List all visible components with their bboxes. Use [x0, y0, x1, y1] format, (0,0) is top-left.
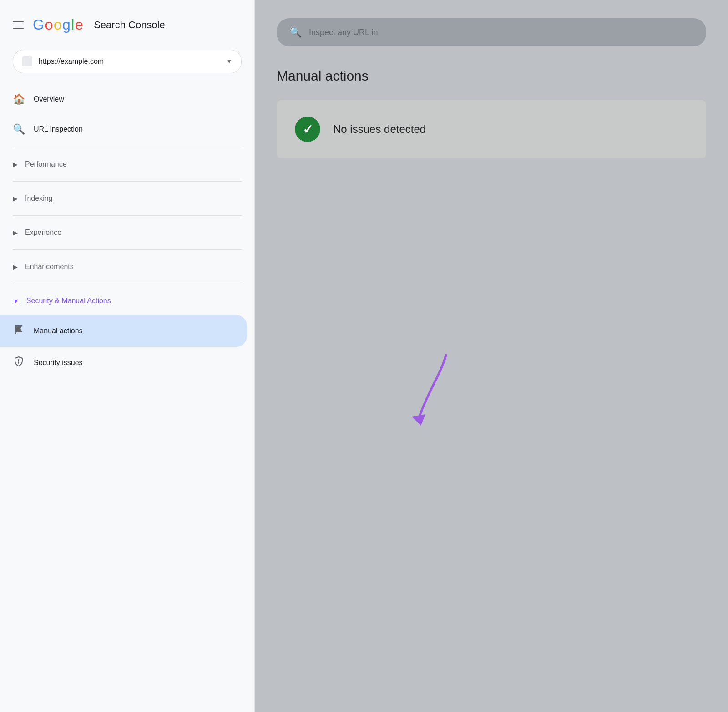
url-inspection-label: URL inspection [34, 125, 83, 133]
divider-5 [13, 284, 242, 284]
logo-letter-o1: o [45, 16, 52, 33]
enhancements-chevron-icon: ▶ [13, 263, 18, 270]
home-icon: 🏠 [13, 93, 25, 105]
divider-4 [13, 249, 242, 250]
site-selector[interactable]: https://example.com ▼ [13, 50, 242, 73]
main-content: 🔍 Inspect any URL in Manual actions ✓ No… [255, 0, 728, 712]
security-issues-label: Security issues [34, 359, 83, 367]
sidebar-header: Google Search Console [0, 0, 254, 46]
search-bar-icon: 🔍 [289, 26, 302, 38]
experience-chevron-icon: ▶ [13, 229, 18, 236]
status-card: ✓ No issues detected [277, 100, 706, 158]
logo-letter-e: e [75, 16, 83, 33]
status-text: No issues detected [333, 123, 426, 136]
svg-rect-0 [15, 325, 16, 334]
sidebar-item-manual-actions[interactable]: Manual actions [0, 315, 247, 347]
url-inspect-searchbar[interactable]: 🔍 Inspect any URL in [277, 18, 706, 46]
logo-letter-l: l [71, 16, 74, 33]
site-favicon [22, 56, 32, 66]
sidebar-item-overview[interactable]: 🏠 Overview [0, 84, 247, 114]
logo-letter-g: G [33, 16, 44, 33]
divider-3 [13, 215, 242, 216]
site-url: https://example.com [39, 57, 220, 66]
search-nav-icon: 🔍 [13, 123, 25, 135]
divider-1 [13, 147, 242, 147]
shield-icon [13, 356, 25, 370]
security-manual-actions-label: Security & Manual Actions [26, 297, 111, 305]
security-manual-actions-header[interactable]: ▼ Security & Manual Actions [0, 287, 254, 315]
logo-letter-g2: g [62, 16, 70, 33]
search-bar-placeholder: Inspect any URL in [309, 28, 378, 37]
enhancements-label: Enhancements [25, 263, 74, 271]
enhancements-section: ▶ Enhancements [0, 253, 254, 281]
indexing-label: Indexing [25, 194, 53, 203]
checkmark-icon: ✓ [303, 122, 313, 137]
performance-section-header[interactable]: ▶ Performance [0, 150, 254, 178]
indexing-section: ▶ Indexing [0, 184, 254, 213]
enhancements-section-header[interactable]: ▶ Enhancements [0, 253, 254, 281]
divider-2 [13, 181, 242, 182]
hamburger-menu-button[interactable] [13, 21, 24, 29]
svg-marker-1 [412, 414, 425, 426]
indexing-chevron-icon: ▶ [13, 195, 18, 202]
experience-section: ▶ Experience [0, 219, 254, 247]
indexing-section-header[interactable]: ▶ Indexing [0, 184, 254, 213]
chevron-down-icon: ▼ [227, 58, 232, 65]
experience-label: Experience [25, 229, 61, 237]
sidebar: Google Search Console https://example.co… [0, 0, 255, 712]
security-manual-actions-section: ▼ Security & Manual Actions Manual actio… [0, 287, 254, 379]
overview-label: Overview [34, 95, 64, 103]
logo-letter-o2: o [54, 16, 61, 33]
google-logo: Google [33, 16, 83, 33]
arrow-annotation [382, 346, 464, 448]
sidebar-item-url-inspection[interactable]: 🔍 URL inspection [0, 114, 247, 144]
performance-section: ▶ Performance [0, 150, 254, 178]
performance-chevron-icon: ▶ [13, 161, 18, 168]
performance-label: Performance [25, 160, 67, 168]
page-title: Manual actions [277, 68, 706, 84]
experience-section-header[interactable]: ▶ Experience [0, 219, 254, 247]
security-chevron-icon: ▼ [13, 297, 19, 305]
check-circle-icon: ✓ [295, 117, 320, 142]
flag-icon [13, 324, 25, 338]
manual-actions-label: Manual actions [34, 327, 83, 335]
app-title: Search Console [94, 19, 165, 31]
sidebar-item-security-issues[interactable]: Security issues [0, 347, 247, 379]
